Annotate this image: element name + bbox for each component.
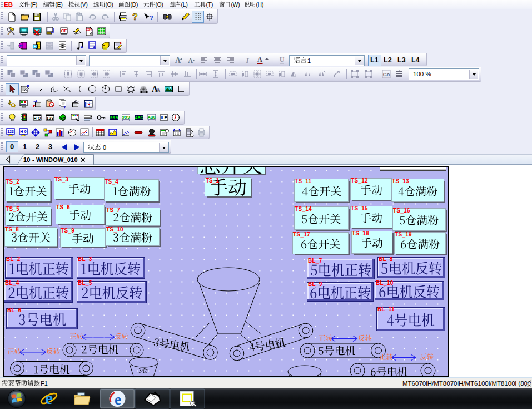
svg-text:e: e [45,388,53,408]
svg-text:ABC: ABC [148,115,156,120]
svg-text:123: 123 [46,116,54,121]
svg-text:U: U [280,56,285,63]
svg-text:A: A [156,87,161,93]
svg-text:e: e [115,391,121,408]
svg-text:?: ? [132,12,138,22]
svg-text:ABC: ABC [135,115,143,120]
svg-text:?: ? [150,14,153,21]
svg-text:H-0: H-0 [20,130,26,134]
svg-text:A: A [257,56,262,63]
svg-text:H-O: H-O [34,116,41,120]
svg-text:A: A [175,56,181,65]
svg-text:999: 999 [122,115,130,120]
svg-text:CF: CF [61,28,67,33]
svg-text:F: F [165,115,167,120]
svg-text:Go: Go [383,72,390,77]
svg-text:A: A [188,57,193,65]
svg-text:123: 123 [7,130,14,134]
svg-text:999: 999 [110,115,118,120]
svg-text:CSV: CSV [86,28,92,31]
svg-text:I: I [245,56,249,65]
